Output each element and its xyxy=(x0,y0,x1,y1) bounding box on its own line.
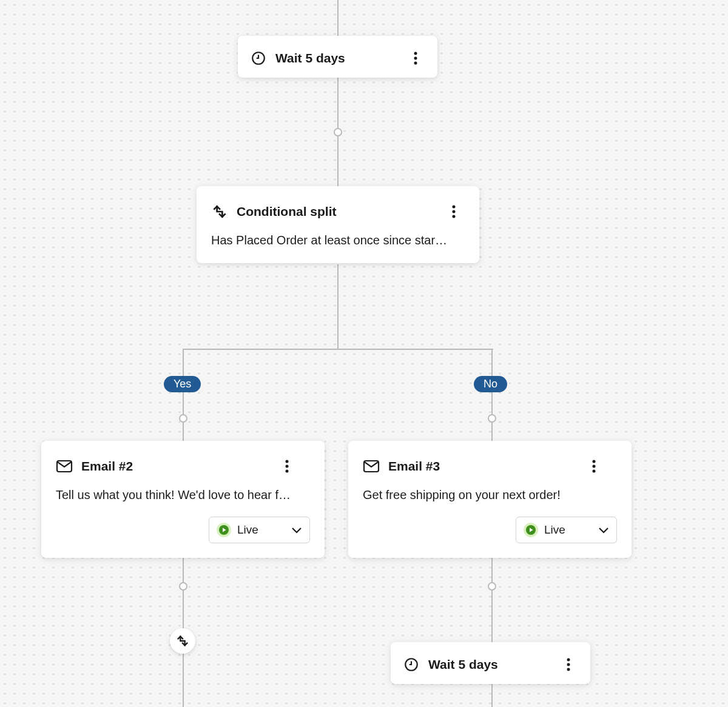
node-title: Email #3 xyxy=(388,459,583,474)
node-header: Wait 5 days xyxy=(238,36,437,81)
node-description: Tell us what you think! We'd love to hea… xyxy=(56,488,310,502)
clock-icon xyxy=(403,656,420,673)
connector-handle[interactable] xyxy=(179,582,187,591)
live-icon xyxy=(217,523,231,537)
node-title: Email #2 xyxy=(81,459,276,474)
node-description: Get free shipping on your next order! xyxy=(363,488,617,502)
connector-line xyxy=(491,349,493,441)
conditional-split-node[interactable]: Conditional split Has Placed Order at le… xyxy=(197,186,479,263)
chevron-down-icon xyxy=(291,526,302,534)
branch-badge-no: No xyxy=(474,376,507,392)
svg-point-20 xyxy=(567,668,570,671)
node-title: Wait 5 days xyxy=(428,657,558,672)
connector-line xyxy=(491,684,493,707)
status-dropdown[interactable]: Live xyxy=(209,517,310,543)
connector-handle[interactable] xyxy=(488,582,496,591)
connector-handle[interactable] xyxy=(334,128,342,136)
status-label: Live xyxy=(544,523,598,537)
connector-handle[interactable] xyxy=(179,414,187,423)
split-icon xyxy=(211,203,228,220)
svg-point-10 xyxy=(286,470,289,473)
connector-line xyxy=(183,349,493,350)
node-title: Wait 5 days xyxy=(275,51,405,65)
node-header: Email #2 xyxy=(56,455,310,477)
node-header: Email #3 xyxy=(363,455,617,477)
svg-point-4 xyxy=(453,206,456,209)
svg-point-14 xyxy=(593,465,596,468)
svg-point-18 xyxy=(567,658,570,662)
email-node-2[interactable]: Email #2 Tell us what you think! We'd lo… xyxy=(41,441,325,558)
connector-line xyxy=(183,349,184,441)
live-icon xyxy=(524,523,538,537)
svg-point-15 xyxy=(593,470,596,473)
branch-badge-yes: Yes xyxy=(164,376,201,392)
connector-line xyxy=(337,264,339,349)
more-button[interactable] xyxy=(558,654,579,675)
node-header: Conditional split xyxy=(211,201,465,223)
svg-point-5 xyxy=(453,210,456,213)
more-button[interactable] xyxy=(276,455,298,477)
svg-point-9 xyxy=(286,465,289,468)
svg-point-6 xyxy=(453,215,456,218)
add-split-button[interactable] xyxy=(170,628,195,654)
chevron-down-icon xyxy=(598,526,609,534)
status-label: Live xyxy=(237,523,291,537)
svg-point-8 xyxy=(286,460,289,463)
status-row: Live xyxy=(363,517,617,543)
more-button[interactable] xyxy=(583,455,605,477)
svg-point-19 xyxy=(567,663,570,666)
node-description: Has Placed Order at least once since sta… xyxy=(211,233,465,247)
svg-point-1 xyxy=(414,52,417,55)
wait-node[interactable]: Wait 5 days xyxy=(391,642,590,684)
status-dropdown[interactable]: Live xyxy=(516,517,617,543)
svg-point-13 xyxy=(593,460,596,463)
more-button[interactable] xyxy=(443,201,465,223)
email-node-3[interactable]: Email #3 Get free shipping on your next … xyxy=(348,441,632,558)
mail-icon xyxy=(56,458,73,475)
node-title: Conditional split xyxy=(237,204,443,219)
clock-icon xyxy=(250,50,267,67)
connector-line xyxy=(337,0,339,36)
connector-handle[interactable] xyxy=(488,414,496,423)
status-row: Live xyxy=(56,517,310,543)
wait-node[interactable]: Wait 5 days xyxy=(238,36,437,78)
node-header: Wait 5 days xyxy=(391,642,590,687)
connector-line xyxy=(491,554,493,642)
svg-point-2 xyxy=(414,57,417,60)
more-button[interactable] xyxy=(405,47,426,69)
mail-icon xyxy=(363,458,380,475)
svg-point-3 xyxy=(414,62,417,65)
